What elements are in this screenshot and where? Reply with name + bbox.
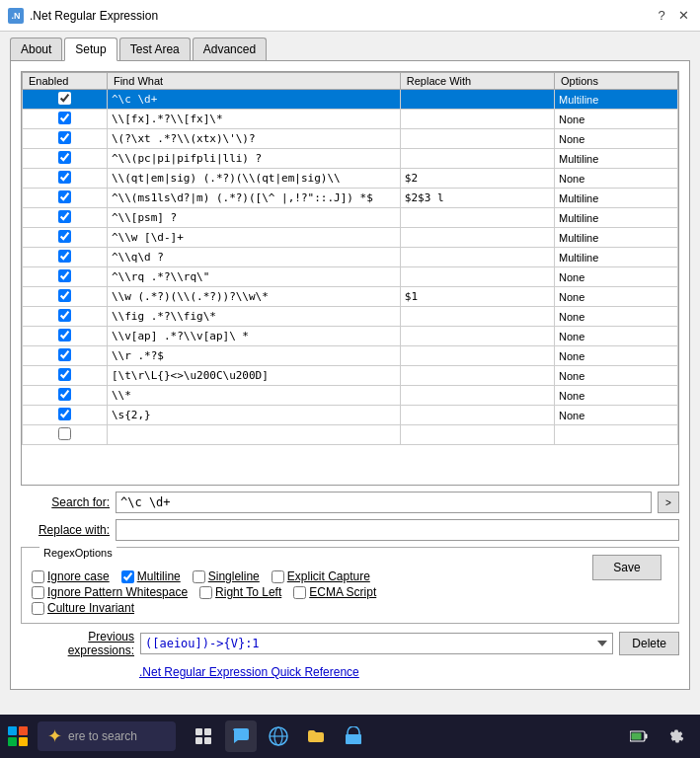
row-checkbox[interactable] xyxy=(58,230,71,243)
search-arrow-button[interactable]: > xyxy=(658,492,679,513)
tab-bar: About Setup Test Area Advanced xyxy=(0,32,700,60)
option-ignore-case[interactable]: Ignore case xyxy=(32,569,110,583)
previous-expressions-label: Previous expressions: xyxy=(21,630,134,657)
row-checkbox[interactable] xyxy=(58,131,71,144)
taskbar-right xyxy=(623,720,692,752)
table-row[interactable]: \\w (.*?)(\\(.*?))?\\w\*$1None xyxy=(23,287,678,307)
table-row[interactable]: \\r .*?$None xyxy=(23,346,678,366)
tab-advanced[interactable]: Advanced xyxy=(193,38,267,60)
row-checkbox[interactable] xyxy=(58,171,71,184)
task-view-icon[interactable] xyxy=(188,720,219,752)
singleline-checkbox[interactable] xyxy=(193,570,205,583)
title-bar-controls: ? ✕ xyxy=(653,7,692,25)
row-checkbox[interactable] xyxy=(58,348,71,361)
option-explicit-capture[interactable]: Explicit Capture xyxy=(272,569,370,583)
table-row[interactable]: \(?\xt .*?\\(xtx)\'\)?None xyxy=(23,129,678,149)
row-checkbox[interactable] xyxy=(58,269,71,282)
option-culture-invariant[interactable]: Culture Invariant xyxy=(32,601,134,615)
row-checkbox[interactable] xyxy=(58,408,71,420)
row-replace xyxy=(400,90,554,110)
option-multiline[interactable]: Multiline xyxy=(121,569,181,583)
col-header-replace: Replace With xyxy=(400,73,554,90)
row-find: \\fig .*?\\fig\* xyxy=(107,307,400,327)
row-checkbox[interactable] xyxy=(58,210,71,223)
ignore-case-checkbox[interactable] xyxy=(32,570,44,583)
table-row[interactable]: \\fig .*?\\fig\*None xyxy=(23,307,678,327)
row-checkbox[interactable] xyxy=(58,427,71,440)
settings-icon[interactable] xyxy=(661,720,692,752)
tab-setup[interactable]: Setup xyxy=(64,38,117,61)
row-checkbox[interactable] xyxy=(58,112,71,124)
row-replace xyxy=(400,327,554,346)
svg-rect-1 xyxy=(204,728,211,735)
row-replace xyxy=(400,110,554,129)
save-button[interactable]: Save xyxy=(592,555,661,580)
windows-logo[interactable] xyxy=(8,726,28,746)
table-row[interactable]: \s{2,}None xyxy=(23,406,678,425)
options-row-3: Culture Invariant xyxy=(32,601,668,615)
row-checkbox[interactable] xyxy=(58,388,71,401)
browser-icon[interactable] xyxy=(263,720,294,752)
row-options: Multiline xyxy=(555,208,678,228)
row-find: \\w (.*?)(\\(.*?))?\\w\* xyxy=(107,287,400,307)
culture-invariant-checkbox[interactable] xyxy=(32,602,44,615)
regex-table-container[interactable]: Enabled Find What Replace With Options ^… xyxy=(21,71,679,486)
col-header-find: Find What xyxy=(107,73,400,90)
delete-button[interactable]: Delete xyxy=(619,632,679,655)
app-icon: .N xyxy=(8,8,24,24)
option-ecma-script[interactable]: ECMA Script xyxy=(293,585,376,599)
table-row[interactable]: ^\\w [\d-]+Multiline xyxy=(23,228,678,248)
table-row[interactable]: ^\c \d+Multiline xyxy=(23,90,678,110)
row-find: \\r .*?$ xyxy=(107,346,400,366)
right-to-left-checkbox[interactable] xyxy=(199,586,212,599)
row-checkbox[interactable] xyxy=(58,309,71,322)
row-checkbox[interactable] xyxy=(58,289,71,302)
row-replace xyxy=(400,307,554,327)
table-row[interactable]: ^\\[psm] ?Multiline xyxy=(23,208,678,228)
table-row[interactable]: \\*None xyxy=(23,386,678,406)
row-replace xyxy=(400,228,554,248)
table-row[interactable]: ^\\(ms1ls\d?|m) (.*?)([\^ |,!?"::.J]) *$… xyxy=(23,189,678,208)
table-row[interactable]: ^\\(pc|pi|pifpli|lli) ?Multiline xyxy=(23,149,678,169)
col-header-options: Options xyxy=(555,73,678,90)
taskbar-search[interactable]: ✦ ere to search xyxy=(38,721,176,751)
battery-icon[interactable] xyxy=(623,720,655,752)
store-icon[interactable] xyxy=(338,720,369,752)
row-checkbox[interactable] xyxy=(58,92,71,105)
quick-ref-link[interactable]: .Net Regular Expression Quick Reference xyxy=(139,665,359,679)
main-window: About Setup Test Area Advanced Enabled F… xyxy=(0,32,700,690)
row-checkbox[interactable] xyxy=(58,329,71,341)
row-checkbox[interactable] xyxy=(58,368,71,381)
option-ignore-whitespace[interactable]: Ignore Pattern Whitespace xyxy=(32,585,188,599)
table-row[interactable]: [\t\r\L{}<>\u200C\u200D]None xyxy=(23,366,678,386)
help-button[interactable]: ? xyxy=(653,7,670,25)
table-row[interactable]: \\[fx].*?\\[fx]\*None xyxy=(23,110,678,129)
file-explorer-icon[interactable] xyxy=(300,720,332,752)
table-row[interactable]: ^\\q\d ?Multiline xyxy=(23,248,678,267)
close-button[interactable]: ✕ xyxy=(674,7,692,25)
tab-testarea[interactable]: Test Area xyxy=(119,38,191,60)
option-singleline[interactable]: Singleline xyxy=(193,569,260,583)
multiline-checkbox[interactable] xyxy=(121,570,134,583)
previous-expressions-select[interactable]: ([aeiou])->{V}:1 xyxy=(140,633,613,654)
chat-icon[interactable] xyxy=(225,720,257,752)
tab-about[interactable]: About xyxy=(10,38,62,60)
explicit-capture-checkbox[interactable] xyxy=(272,570,284,583)
row-checkbox[interactable] xyxy=(58,151,71,164)
table-row[interactable]: ^\\rq .*?\\rq\"None xyxy=(23,267,678,287)
row-checkbox[interactable] xyxy=(58,190,71,203)
ignore-whitespace-checkbox[interactable] xyxy=(32,586,44,599)
row-find: ^\\q\d ? xyxy=(107,248,400,267)
table-row[interactable]: \\(qt|em|sig) (.*?)(\\(qt|em|sig)\\$2Non… xyxy=(23,169,678,189)
table-row[interactable] xyxy=(23,425,678,445)
row-options: Multiline xyxy=(555,228,678,248)
row-options xyxy=(555,425,678,445)
table-row[interactable]: \\v[ap] .*?\\v[ap]\ *None xyxy=(23,327,678,346)
ecma-script-checkbox[interactable] xyxy=(293,586,306,599)
replace-with-input[interactable] xyxy=(116,519,679,541)
option-right-to-left[interactable]: Right To Left xyxy=(199,585,281,599)
search-for-row: Search for: > xyxy=(21,492,679,513)
search-for-input[interactable] xyxy=(116,492,652,513)
row-replace xyxy=(400,129,554,149)
row-checkbox[interactable] xyxy=(58,250,71,263)
